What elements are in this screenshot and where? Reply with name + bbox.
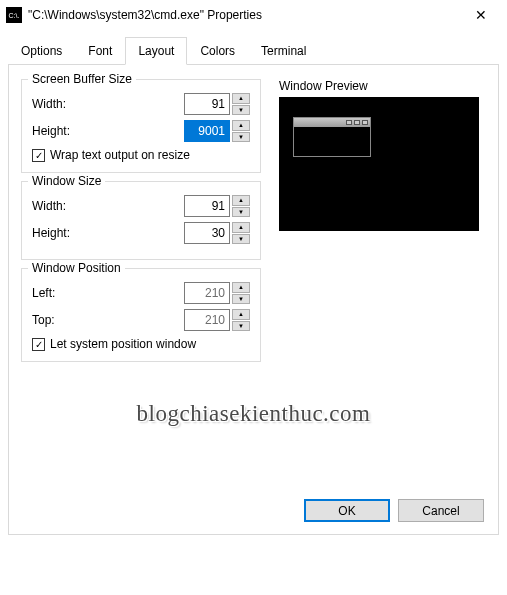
group-legend: Screen Buffer Size <box>28 72 136 86</box>
ws-height-label: Height: <box>32 226 184 240</box>
group-legend: Window Size <box>28 174 105 188</box>
group-legend: Window Position <box>28 261 125 275</box>
tab-content: Screen Buffer Size Width: ▲ ▼ Height: <box>8 65 499 535</box>
ws-width-input[interactable] <box>184 195 230 217</box>
sb-width-down[interactable]: ▼ <box>232 105 250 116</box>
wp-top-label: Top: <box>32 313 184 327</box>
cmd-icon: C:\. <box>6 7 22 23</box>
sb-height-up[interactable]: ▲ <box>232 120 250 131</box>
wrap-checkbox[interactable]: ✓ <box>32 149 45 162</box>
ws-width-down[interactable]: ▼ <box>232 207 250 218</box>
sb-width-label: Width: <box>32 97 184 111</box>
tab-options[interactable]: Options <box>8 37 75 65</box>
sb-height-label: Height: <box>32 124 184 138</box>
wp-left-input <box>184 282 230 304</box>
group-window-position: Window Position Left: ▲ ▼ Top: <box>21 268 261 362</box>
sb-height-down[interactable]: ▼ <box>232 132 250 143</box>
close-button[interactable]: ✕ <box>461 7 501 23</box>
auto-position-label: Let system position window <box>50 337 196 351</box>
sb-width-up[interactable]: ▲ <box>232 93 250 104</box>
wp-top-up: ▲ <box>232 309 250 320</box>
wp-top-down: ▼ <box>232 321 250 332</box>
window-title: "C:\Windows\system32\cmd.exe" Properties <box>28 8 461 22</box>
tab-layout[interactable]: Layout <box>125 37 187 65</box>
sb-width-input[interactable] <box>184 93 230 115</box>
cancel-button[interactable]: Cancel <box>398 499 484 522</box>
wp-left-label: Left: <box>32 286 184 300</box>
watermark-text: blogchiasekienthuc.com <box>9 401 498 427</box>
group-screen-buffer: Screen Buffer Size Width: ▲ ▼ Height: <box>21 79 261 173</box>
tab-terminal[interactable]: Terminal <box>248 37 319 65</box>
titlebar: C:\. "C:\Windows\system32\cmd.exe" Prope… <box>0 0 507 30</box>
wp-left-down: ▼ <box>232 294 250 305</box>
tab-colors[interactable]: Colors <box>187 37 248 65</box>
ws-height-down[interactable]: ▼ <box>232 234 250 245</box>
tab-font[interactable]: Font <box>75 37 125 65</box>
ws-width-label: Width: <box>32 199 184 213</box>
ws-height-input[interactable] <box>184 222 230 244</box>
auto-position-checkbox[interactable]: ✓ <box>32 338 45 351</box>
wrap-label: Wrap text output on resize <box>50 148 190 162</box>
preview-window-icon <box>293 117 371 157</box>
ws-width-up[interactable]: ▲ <box>232 195 250 206</box>
ws-height-up[interactable]: ▲ <box>232 222 250 233</box>
preview-label: Window Preview <box>279 79 479 93</box>
wp-top-input <box>184 309 230 331</box>
group-window-size: Window Size Width: ▲ ▼ Height: <box>21 181 261 260</box>
tab-strip: Options Font Layout Colors Terminal <box>8 36 499 65</box>
ok-button[interactable]: OK <box>304 499 390 522</box>
sb-height-input[interactable] <box>184 120 230 142</box>
wp-left-up: ▲ <box>232 282 250 293</box>
window-preview <box>279 97 479 231</box>
